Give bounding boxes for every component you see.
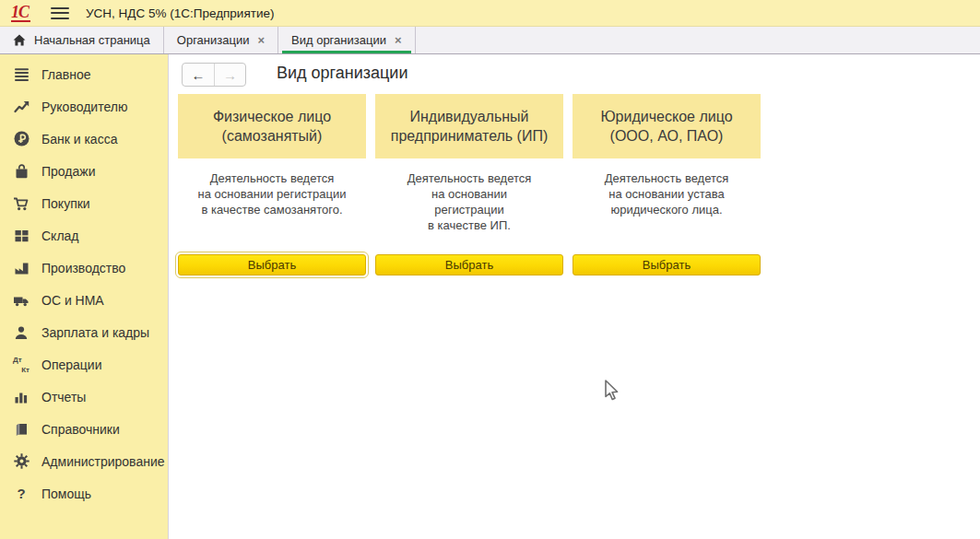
- sidebar-item-purchases[interactable]: Покупки: [0, 187, 168, 219]
- sidebar-item-sales[interactable]: Продажи: [0, 155, 168, 187]
- window-title: УСН, НДС 5% (1С:Предприятие): [86, 6, 274, 20]
- 1c-logo-icon: 1С: [11, 5, 30, 22]
- truck-icon: [13, 292, 30, 309]
- tab-organization-kind[interactable]: Вид организации ×: [278, 27, 415, 53]
- sidebar-item-label: Банк и касса: [41, 132, 117, 146]
- tab-label: Организации: [177, 33, 250, 47]
- card-title: Юридическое лицо (ООО, АО, ПАО): [573, 94, 761, 158]
- sidebar-item-label: Продажи: [41, 164, 95, 179]
- sidebar-item-manager[interactable]: Руководителю: [0, 90, 168, 123]
- sidebar-item-production[interactable]: Производство: [0, 252, 168, 284]
- warehouse-icon: [13, 228, 30, 244]
- sidebar-item-label: Покупки: [41, 196, 90, 211]
- sidebar-item-label: Главное: [41, 67, 91, 82]
- sidebar-item-payroll-hr[interactable]: Зарплата и кадры: [0, 316, 168, 348]
- close-icon[interactable]: ×: [395, 34, 402, 46]
- page-title: Вид организации: [277, 64, 407, 83]
- active-tab-indicator: [282, 51, 410, 53]
- sidebar-item-help[interactable]: ? Помощь: [0, 477, 168, 510]
- trend-up-icon: [13, 99, 30, 115]
- sidebar-item-warehouse[interactable]: Склад: [0, 219, 168, 252]
- card-title: Индивидуальный предприниматель (ИП): [375, 94, 563, 158]
- sidebar-item-label: Руководителю: [41, 100, 127, 114]
- organization-kind-cards: Физическое лицо (самозанятый) Деятельнос…: [178, 94, 761, 233]
- sidebar-item-label: Отчеты: [41, 390, 86, 404]
- card-legal-entity: Юридическое лицо (ООО, АО, ПАО) Деятельн…: [573, 94, 761, 233]
- sidebar-item-label: Склад: [41, 228, 79, 243]
- sidebar-item-label: Помощь: [41, 486, 91, 501]
- sidebar-item-reports[interactable]: Отчеты: [0, 381, 168, 413]
- choose-legal-entity-button[interactable]: Выбрать: [573, 254, 761, 275]
- sidebar-item-bank-cash[interactable]: Банк и касса: [0, 123, 168, 155]
- card-description: Деятельность ведется на основании устава…: [573, 170, 761, 217]
- sidebar-item-main[interactable]: Главное: [0, 58, 168, 90]
- book-icon: [13, 421, 30, 438]
- sidebar-item-directories[interactable]: Справочники: [0, 413, 168, 445]
- close-icon[interactable]: ×: [257, 34, 265, 46]
- gear-icon: [13, 453, 30, 470]
- card-description: Деятельность ведется на основании регист…: [178, 170, 366, 217]
- sidebar-item-label: Справочники: [41, 422, 120, 437]
- main-menu-icon[interactable]: [51, 7, 69, 19]
- debit-credit-icon: ДтКт: [13, 357, 30, 373]
- tab-label: Начальная страница: [34, 33, 150, 47]
- shopping-cart-icon: [13, 195, 30, 212]
- ruble-circle-icon: [13, 131, 30, 147]
- card-title: Физическое лицо (самозанятый): [178, 94, 366, 158]
- choose-selfemployed-button[interactable]: Выбрать: [178, 254, 366, 275]
- person-icon: [13, 324, 30, 341]
- tab-label: Вид организации: [291, 33, 386, 47]
- sidebar-item-label: Администрирование: [41, 454, 165, 469]
- back-button[interactable]: ←: [183, 64, 214, 86]
- card-description: Деятельность ведется на основании регист…: [375, 170, 563, 233]
- main-content: ← → Вид организации Физическое лицо (сам…: [169, 54, 980, 539]
- sidebar-item-label: Зарплата и кадры: [41, 325, 149, 340]
- sidebar-item-label: Операции: [41, 357, 102, 372]
- tab-bar: Начальная страница Организации × Вид орг…: [0, 27, 980, 54]
- choose-entrepreneur-button[interactable]: Выбрать: [375, 254, 563, 275]
- menu-lines-icon: [13, 66, 30, 83]
- question-icon: ?: [13, 486, 30, 502]
- section-sidebar: Главное Руководителю Банк и касса Продаж…: [0, 54, 169, 539]
- sidebar-item-label: Производство: [41, 261, 125, 275]
- home-icon: [13, 34, 26, 46]
- shopping-bag-icon: [13, 163, 30, 180]
- sidebar-item-administration[interactable]: Администрирование: [0, 445, 168, 477]
- tab-organizations[interactable]: Организации ×: [164, 27, 278, 53]
- history-nav: ← →: [182, 63, 246, 87]
- choose-buttons-row: Выбрать Выбрать Выбрать: [178, 254, 761, 275]
- bar-chart-icon: [13, 389, 30, 405]
- forward-button[interactable]: →: [214, 64, 245, 86]
- sidebar-item-operations[interactable]: ДтКт Операции: [0, 348, 168, 381]
- tab-home[interactable]: Начальная страница: [0, 27, 164, 53]
- card-entrepreneur: Индивидуальный предприниматель (ИП) Деят…: [375, 94, 563, 233]
- factory-icon: [13, 260, 30, 276]
- sidebar-item-assets[interactable]: ОС и НМА: [0, 284, 168, 316]
- sidebar-item-label: ОС и НМА: [41, 293, 104, 308]
- window-titlebar: 1С УСН, НДС 5% (1С:Предприятие): [0, 0, 980, 27]
- card-individual-selfemployed: Физическое лицо (самозанятый) Деятельнос…: [178, 94, 366, 233]
